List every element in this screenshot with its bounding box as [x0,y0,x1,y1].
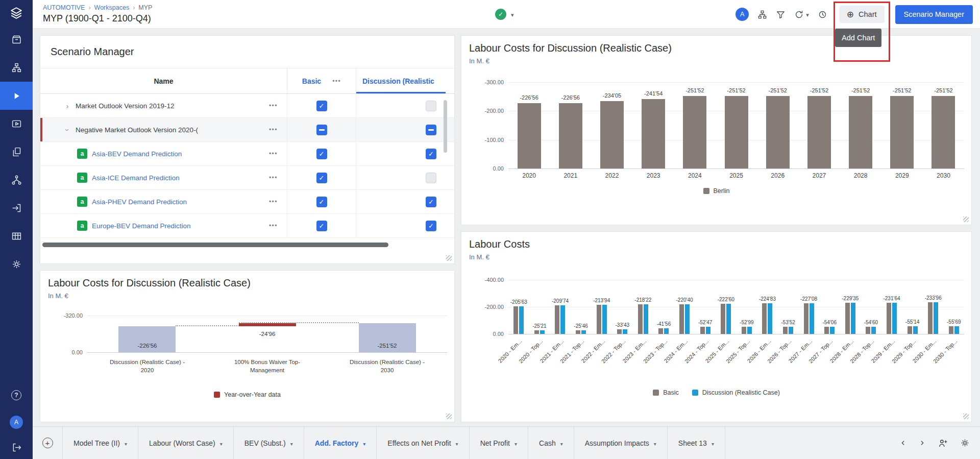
sidebar-item-inbox[interactable] [0,26,33,54]
chevron-expanded-icon[interactable] [63,126,72,133]
sheet-tab[interactable]: Net Profit [469,427,528,459]
chevron-down-icon[interactable] [220,439,223,447]
sheet-tab[interactable]: Assumption Impacts [574,427,667,459]
bar-discussion [581,330,586,334]
sheet-tab[interactable]: Model Tree (II) [62,427,138,459]
chevron-down-icon[interactable] [514,439,517,447]
status-check-icon[interactable] [495,9,506,20]
chevron-down-icon[interactable] [363,439,365,447]
sidebar-item-help[interactable]: ? [0,381,33,409]
sidebar-item-simulations-active[interactable] [0,82,33,110]
checkbox-basic-checked[interactable] [316,197,327,207]
sheet-tab[interactable]: Labour (Worst Case) [138,427,233,459]
share-sheet-button[interactable] [938,438,948,448]
checkbox-basic-indeterminate[interactable] [316,125,327,135]
sidebar-item-exports[interactable] [0,194,33,222]
sidebar-item-presentations[interactable] [0,110,33,138]
checkbox-discussion-unchecked[interactable] [426,173,436,183]
logout-icon [11,442,22,453]
row-menu-icon[interactable]: ••• [269,174,278,181]
resize-grip-icon[interactable] [446,414,452,419]
sidebar-item-settings[interactable] [0,250,33,278]
assumption-link[interactable]: Asia-ICE Demand Prediction [92,174,180,182]
column-menu-icon[interactable]: ••• [332,78,341,85]
chevron-down-icon[interactable] [290,439,293,447]
chevron-down-icon[interactable] [712,439,714,447]
chevron-down-icon[interactable] [456,439,458,447]
sidebar-item-reports[interactable] [0,138,33,166]
sidebar-item-logout[interactable] [0,436,33,459]
scenario-row[interactable]: Negative Market Outlook Version 2020-(••… [40,118,454,142]
sheet-tab[interactable]: Sheet 13 [667,427,725,459]
chevron-down-icon[interactable] [511,10,514,18]
history-button[interactable] [818,10,827,19]
scenario-row[interactable]: aAsia-PHEV Demand Prediction••• [40,190,454,214]
chevron-down-icon[interactable] [654,439,656,447]
chevron-down-icon[interactable] [125,439,127,447]
chart-title: Labour Costs [469,238,530,250]
checkbox-discussion-unchecked[interactable] [426,101,436,111]
vertical-scrollbar[interactable] [444,100,447,153]
checkbox-discussion-checked[interactable] [426,221,436,231]
checkbox-basic-checked[interactable] [316,173,327,183]
resize-grip-icon[interactable] [446,255,452,261]
resize-grip-icon[interactable] [963,216,969,222]
x-axis-label: 2026 [757,172,798,179]
checkbox-discussion-indeterminate[interactable] [426,125,436,135]
sheet-tab-active[interactable]: Add. Factory [304,427,377,459]
add-sheet-button[interactable] [33,427,62,459]
sidebar-avatar[interactable]: A [10,416,23,429]
sheet-tab[interactable]: BEV (Subst.) [233,427,304,459]
scroll-tabs-right-button[interactable] [919,440,925,446]
checkbox-basic-checked[interactable] [316,101,327,111]
checkbox-discussion-checked[interactable] [426,197,436,207]
filter-button[interactable] [776,10,786,19]
breadcrumb-item[interactable]: AUTOMOTIVE [43,4,85,11]
resize-grip-icon[interactable] [963,414,969,419]
row-menu-icon[interactable]: ••• [269,198,278,205]
sheet-tab[interactable]: Effects on Net Profit [376,427,469,459]
bar-value-label: -233'96 [925,295,942,301]
bar-group: -222'60 [716,280,737,334]
checkbox-basic-checked[interactable] [316,149,327,159]
user-avatar[interactable]: A [736,8,749,21]
chart-subtitle: In M. € [48,292,68,300]
scenario-row[interactable]: aEurope-BEV Demand Prediction••• [40,214,454,238]
assumption-link[interactable]: Europe-BEV Demand Prediction [92,222,191,230]
row-menu-icon[interactable]: ••• [269,126,278,133]
scenario-row[interactable]: aAsia-ICE Demand Prediction••• [40,166,454,190]
column-header-basic-label[interactable]: Basic [302,77,321,85]
breadcrumb-item[interactable]: Workspaces [94,4,130,11]
chevron-down-icon[interactable] [806,10,809,18]
refresh-icon [794,10,804,19]
column-header-discussion[interactable]: Discussion (Realistic [356,68,446,93]
row-menu-icon[interactable]: ••• [269,222,278,229]
scenario-row[interactable]: aAsia-BEV Demand Prediction••• [40,142,454,166]
sidebar-item-data-tables[interactable] [0,222,33,250]
scenario-group-label[interactable]: Negative Market Outlook Version 2020-( [76,126,198,134]
sheet-tab[interactable]: Cash [528,427,574,459]
sheet-settings-button[interactable] [960,438,970,448]
sidebar-item-models[interactable] [0,54,33,82]
column-header-basic[interactable]: Basic ••• [287,68,356,93]
status-area [495,0,514,29]
assumption-link[interactable]: Asia-BEV Demand Prediction [92,150,182,158]
chevron-down-icon[interactable] [560,439,563,447]
checkbox-discussion-checked[interactable] [426,149,436,159]
refresh-button[interactable] [794,10,809,19]
bar-basic [555,305,559,334]
scenario-row[interactable]: Market Outlook Version 2019-12••• [40,94,454,118]
checkbox-basic-checked[interactable] [316,221,327,231]
row-menu-icon[interactable]: ••• [269,102,278,109]
scenario-group-label[interactable]: Market Outlook Version 2019-12 [76,102,175,110]
model-structure-button[interactable] [757,10,767,19]
scroll-tabs-left-button[interactable] [900,440,906,446]
y-axis-tick: 0.00 [493,165,504,172]
assumption-link[interactable]: Asia-PHEV Demand Prediction [92,198,187,206]
sidebar-item-master-data[interactable] [0,166,33,194]
chevron-collapsed-icon[interactable] [64,102,71,110]
add-chart-button[interactable]: Chart [839,6,885,23]
horizontal-scrollbar[interactable] [42,243,388,247]
row-menu-icon[interactable]: ••• [269,150,278,157]
scenario-manager-button[interactable]: Scenario Manager [895,5,973,24]
